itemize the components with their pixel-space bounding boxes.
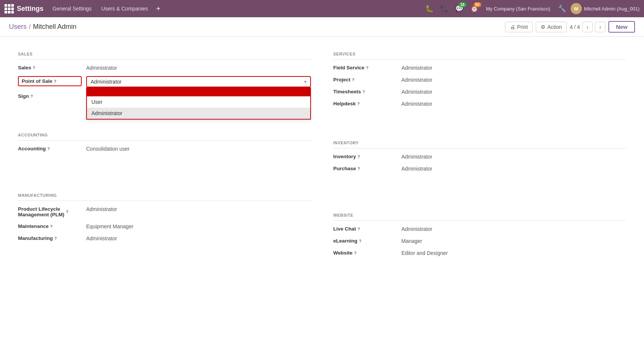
actionbar-right: 🖨 Print ⚙ Action 4 / 4 ‹ › New xyxy=(505,21,635,33)
sales-help-icon[interactable]: ? xyxy=(33,66,35,70)
point-of-sale-help-icon[interactable]: ? xyxy=(54,79,57,84)
manufacturing-section-title: MANUFACTURING xyxy=(18,187,311,201)
sign-help-icon[interactable]: ? xyxy=(30,94,33,99)
plm-help-icon[interactable]: ? xyxy=(66,210,69,214)
left-column: SALES Sales ? Administrator Point of Sal… xyxy=(18,46,311,273)
user-label: Mitchell Admin (Aug_001) xyxy=(584,6,640,12)
accounting-section: ACCOUNTING Accounting ? Consolidation us… xyxy=(18,127,311,168)
sales-label: Sales ? xyxy=(18,64,82,70)
timesheets-help-icon[interactable]: ? xyxy=(363,90,365,94)
breadcrumb-separator: / xyxy=(29,23,31,31)
dropdown-option-administrator[interactable]: Administrator xyxy=(87,108,310,119)
services-section-title: SERVICES xyxy=(333,46,626,60)
sales-field-row: Sales ? Administrator xyxy=(18,64,311,71)
breadcrumb-current: Mitchell Admin xyxy=(33,23,76,31)
manufacturing-value: Administrator xyxy=(86,235,311,241)
field-service-help-icon[interactable]: ? xyxy=(366,66,369,70)
elearning-value: Manager xyxy=(402,237,626,244)
timesheets-value: Administrator xyxy=(402,88,626,95)
project-field-row: Project ? Administrator xyxy=(333,76,626,83)
point-of-sale-selected: Administrator xyxy=(91,79,121,85)
inventory-help-icon[interactable]: ? xyxy=(357,154,360,159)
services-section: SERVICES Field Service ? Administrator P… xyxy=(333,46,626,123)
elearning-label: eLearning ? xyxy=(333,237,397,244)
breadcrumb-parent[interactable]: Users xyxy=(9,23,27,31)
chat-badge: 16 xyxy=(459,2,466,7)
menu-general-settings[interactable]: General Settings xyxy=(48,3,96,14)
website-section: WEBSITE Live Chat ? Administrator eLearn… xyxy=(333,207,626,273)
purchase-field-row: Purchase ? Administrator xyxy=(333,165,626,172)
right-column: SERVICES Field Service ? Administrator P… xyxy=(333,46,626,273)
field-service-field-row: Field Service ? Administrator xyxy=(333,64,626,71)
field-service-label: Field Service ? xyxy=(333,64,397,70)
breadcrumb: Users / Mitchell Admin xyxy=(9,23,501,31)
print-button[interactable]: 🖨 Print xyxy=(505,22,533,32)
project-help-icon[interactable]: ? xyxy=(352,78,354,82)
accounting-section-title: ACCOUNTING xyxy=(18,127,311,141)
website-label: Website ? xyxy=(333,249,397,256)
maintenance-help-icon[interactable]: ? xyxy=(50,224,53,229)
gear-icon: ⚙ xyxy=(541,24,545,30)
company-label: My Company (San Francisco) xyxy=(483,6,553,12)
manufacturing-help-icon[interactable]: ? xyxy=(54,236,57,241)
dropdown-option-user[interactable]: User xyxy=(87,96,310,108)
menu-users-companies[interactable]: Users & Companies xyxy=(97,3,152,14)
print-label: Print xyxy=(517,24,528,30)
elearning-help-icon[interactable]: ? xyxy=(359,239,362,243)
accounting-value: Consolidation user xyxy=(86,145,311,152)
sales-section: SALES Sales ? Administrator Point of Sal… xyxy=(18,46,311,115)
live-chat-help-icon[interactable]: ? xyxy=(357,227,360,231)
plm-label: Product LifecycleManagement (PLM) ? xyxy=(18,205,82,217)
app-logo[interactable]: Settings xyxy=(4,4,43,13)
inventory-value: Administrator xyxy=(402,153,626,160)
inventory-section-title: INVENTORY xyxy=(333,135,626,148)
sales-value: Administrator xyxy=(86,64,311,71)
clock-icon[interactable]: ⏰ 50 xyxy=(468,3,481,14)
point-of-sale-field-row: Point of Sale ? Administrator ▾ User Adm… xyxy=(18,76,311,87)
point-of-sale-dropdown-wrapper: Administrator ▾ User Administrator xyxy=(86,76,311,87)
accounting-label: Accounting ? xyxy=(18,145,82,151)
chat-icon[interactable]: 💬 16 xyxy=(453,3,466,14)
point-of-sale-dropdown[interactable]: Administrator ▾ xyxy=(86,76,311,87)
maintenance-value: Equipment Manager xyxy=(86,223,311,229)
inventory-field-row: Inventory ? Administrator xyxy=(333,153,626,160)
plm-value: Administrator xyxy=(86,205,311,212)
grid-icon xyxy=(4,4,14,13)
pagination: 4 / 4 ‹ › xyxy=(570,22,605,32)
action-bar: Users / Mitchell Admin 🖨 Print ⚙ Action … xyxy=(0,17,644,37)
helpdesk-value: Administrator xyxy=(402,100,626,107)
website-section-title: WEBSITE xyxy=(333,207,626,221)
helpdesk-help-icon[interactable]: ? xyxy=(357,102,360,106)
user-avatar: M xyxy=(571,3,582,14)
tools-icon[interactable]: 🔧 xyxy=(556,3,568,14)
inventory-label: Inventory ? xyxy=(333,153,397,159)
phone-icon[interactable]: 📞 xyxy=(438,3,451,14)
field-service-value: Administrator xyxy=(402,64,626,71)
dropdown-option-empty[interactable] xyxy=(87,87,310,96)
accounting-help-icon[interactable]: ? xyxy=(47,147,50,151)
add-menu-button[interactable]: + xyxy=(153,4,164,14)
form-body: SALES Sales ? Administrator Point of Sal… xyxy=(0,37,644,282)
inventory-section: INVENTORY Inventory ? Administrator Purc… xyxy=(333,135,626,188)
bug-icon[interactable]: 🐛 xyxy=(423,3,436,14)
project-value: Administrator xyxy=(402,76,626,83)
dropdown-caret-icon: ▾ xyxy=(304,79,306,84)
purchase-help-icon[interactable]: ? xyxy=(357,166,360,171)
project-label: Project ? xyxy=(333,76,397,82)
topnav-right: 🐛 📞 💬 16 ⏰ 50 My Company (San Francisco)… xyxy=(423,3,640,14)
next-button[interactable]: › xyxy=(595,22,605,32)
new-button[interactable]: New xyxy=(608,21,635,33)
pagination-text: 4 / 4 xyxy=(570,24,580,30)
helpdesk-field-row: Helpdesk ? Administrator xyxy=(333,100,626,107)
maintenance-field-row: Maintenance ? Equipment Manager xyxy=(18,223,311,229)
live-chat-field-row: Live Chat ? Administrator xyxy=(333,225,626,232)
live-chat-value: Administrator xyxy=(402,225,626,232)
action-button[interactable]: ⚙ Action xyxy=(536,22,567,32)
sales-section-title: SALES xyxy=(18,46,311,60)
website-value: Editor and Designer xyxy=(402,249,626,256)
website-help-icon[interactable]: ? xyxy=(354,251,357,255)
manufacturing-label: Manufacturing ? xyxy=(18,235,82,241)
prev-button[interactable]: ‹ xyxy=(582,22,593,32)
main-content: SALES Sales ? Administrator Point of Sal… xyxy=(0,37,644,340)
top-navigation: Settings General Settings Users & Compan… xyxy=(0,0,644,17)
